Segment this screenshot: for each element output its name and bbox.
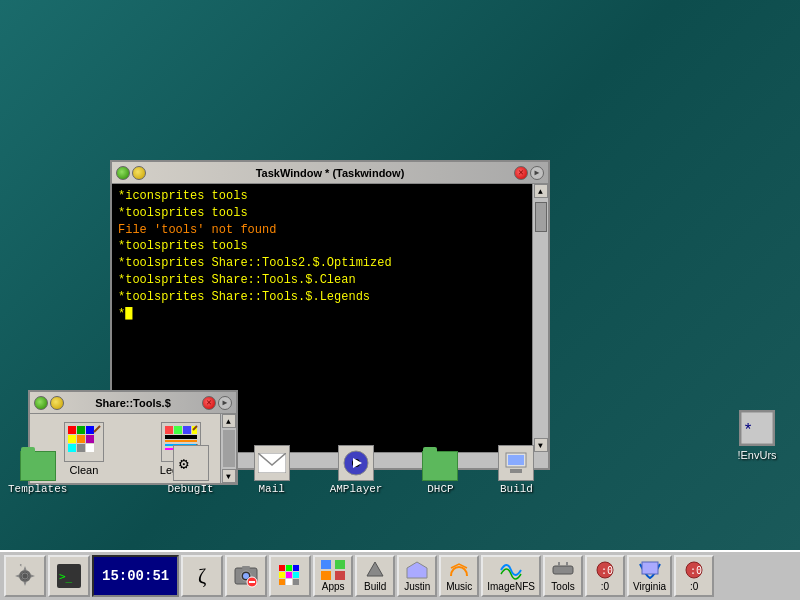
envurs-label: !EnvUrs <box>737 449 776 461</box>
taskbar-music-btn[interactable]: Music <box>439 555 479 597</box>
svg-text:>_: >_ <box>59 570 73 583</box>
output-line-7: *toolsprites Share::Tools.$.Legends <box>118 289 542 306</box>
svg-text:*: * <box>743 421 753 440</box>
window-btn-close[interactable]: ✕ <box>514 166 528 180</box>
svg-rect-50 <box>293 572 299 578</box>
tools-btn-expand[interactable]: ▶ <box>218 396 232 410</box>
svg-rect-16 <box>165 435 197 439</box>
taskbar-imagenfs-btn[interactable]: ImageNFS <box>481 555 541 597</box>
templates-folder-icon <box>20 451 56 481</box>
svg-rect-49 <box>286 572 292 578</box>
svg-rect-51 <box>279 579 285 585</box>
desktop: TaskWindow * (Taskwindow) ✕ ▶ *iconsprit… <box>0 0 800 550</box>
vscroll-thumb[interactable] <box>535 202 547 232</box>
tools-label: Tools <box>551 581 574 592</box>
svg-rect-52 <box>286 579 292 585</box>
taskbar-virginia-btn[interactable]: Virginia <box>627 555 672 597</box>
svg-rect-48 <box>279 572 285 578</box>
task-window-title: TaskWindow * (Taskwindow) <box>146 167 514 179</box>
zeta-icon: ζ <box>198 565 206 588</box>
svg-rect-53 <box>293 579 299 585</box>
svg-rect-30 <box>510 469 522 473</box>
amplayer-icon <box>338 445 374 481</box>
svg-rect-4 <box>68 435 76 443</box>
output-line-6: *toolsprites Share::Tools.$.Clean <box>118 272 542 289</box>
tools-vscroll-up[interactable]: ▲ <box>222 414 236 428</box>
taskbar-settings-btn[interactable] <box>4 555 46 597</box>
build-label-tb: Build <box>364 581 386 592</box>
svg-rect-56 <box>321 571 331 580</box>
taskbar-zero2-btn[interactable]: :0 :0 <box>674 555 714 597</box>
svg-rect-58 <box>553 566 573 574</box>
svg-rect-14 <box>183 426 191 434</box>
svg-rect-46 <box>286 565 292 571</box>
taskbar-apps-btn[interactable]: Apps <box>313 555 353 597</box>
dhcp-label: DHCP <box>427 483 453 495</box>
taskbar-justin-btn[interactable]: Justin <box>397 555 437 597</box>
output-line-8: * <box>118 306 542 323</box>
debugit-icon: ⚙ <box>173 445 209 481</box>
desktop-icon-debugit[interactable]: ⚙ DebugIt <box>167 445 213 495</box>
window-btn-shade[interactable] <box>132 166 146 180</box>
justin-label: Justin <box>404 581 430 592</box>
build-label: Build <box>500 483 533 495</box>
taskbar-build-btn[interactable]: Build <box>355 555 395 597</box>
svg-text::0: :0 <box>601 565 613 576</box>
tools-window-titlebar: Share::Tools.$ ✕ ▶ <box>30 392 236 414</box>
taskbar-zero-btn[interactable]: :0 :0 <box>585 555 625 597</box>
svg-rect-61 <box>642 562 658 574</box>
desktop-icon-dhcp[interactable]: DHCP <box>422 451 458 495</box>
desktop-icon-mail[interactable]: Mail <box>254 445 290 495</box>
svg-rect-29 <box>508 455 524 465</box>
svg-rect-54 <box>321 560 331 569</box>
svg-rect-12 <box>165 426 173 434</box>
mail-label: Mail <box>258 483 284 495</box>
svg-rect-6 <box>86 435 94 443</box>
desktop-bottom-icons: Templates ⚙ DebugIt Mail <box>0 445 800 495</box>
apps-label: Apps <box>322 581 345 592</box>
zero2-label: :0 <box>690 581 698 592</box>
taskbar-tools-btn[interactable]: Tools <box>543 555 583 597</box>
output-line-5: *toolsprites Share::Tools2.$.Optimized <box>118 255 542 272</box>
desktop-icon-templates[interactable]: Templates <box>8 451 67 495</box>
svg-rect-42 <box>242 566 250 569</box>
svg-rect-47 <box>293 565 299 571</box>
music-label: Music <box>446 581 472 592</box>
tools-btn-close[interactable]: ✕ <box>202 396 216 410</box>
amplayer-label: AMPlayer <box>330 483 383 495</box>
taskbar: >_ 15:00:51 ζ <box>0 550 800 600</box>
desktop-icon-envurs[interactable]: * !EnvUrs <box>722 410 792 461</box>
svg-rect-1 <box>68 426 76 434</box>
svg-text::0: :0 <box>690 565 702 576</box>
imagenfs-label: ImageNFS <box>487 581 535 592</box>
taskbar-palette-btn[interactable] <box>269 555 311 597</box>
taskbar-screenshot-btn[interactable] <box>225 555 267 597</box>
svg-rect-13 <box>174 426 182 434</box>
window-btn-minimize[interactable] <box>116 166 130 180</box>
window-btn-expand[interactable]: ▶ <box>530 166 544 180</box>
templates-label: Templates <box>8 483 67 495</box>
svg-point-36 <box>23 574 28 579</box>
vscroll-up[interactable]: ▲ <box>534 184 548 198</box>
mail-icon <box>254 445 290 481</box>
taskbar-terminal-btn[interactable]: >_ <box>48 555 90 597</box>
output-line-4: *toolsprites tools <box>118 238 542 255</box>
tools-window-title: Share::Tools.$ <box>64 397 202 409</box>
task-window-vscrollbar[interactable]: ▲ ▼ <box>532 184 548 452</box>
svg-text:⚙: ⚙ <box>179 454 189 473</box>
build-icon <box>498 445 534 481</box>
virginia-label: Virginia <box>633 581 666 592</box>
svg-rect-55 <box>335 560 345 569</box>
tools-btn-shade[interactable] <box>50 396 64 410</box>
task-window-titlebar: TaskWindow * (Taskwindow) ✕ ▶ <box>112 162 548 184</box>
tools-btn-minimize[interactable] <box>34 396 48 410</box>
svg-rect-57 <box>335 571 345 580</box>
taskbar-clock: 15:00:51 <box>92 555 179 597</box>
dhcp-folder-icon <box>422 451 458 481</box>
output-line-2: *toolsprites tools <box>118 205 542 222</box>
desktop-icon-amplayer[interactable]: AMPlayer <box>330 445 383 495</box>
svg-rect-5 <box>77 435 85 443</box>
desktop-icon-build[interactable]: Build <box>498 445 534 495</box>
taskbar-zeta-btn[interactable]: ζ <box>181 555 223 597</box>
output-line-3: File 'tools' not found <box>118 222 542 239</box>
